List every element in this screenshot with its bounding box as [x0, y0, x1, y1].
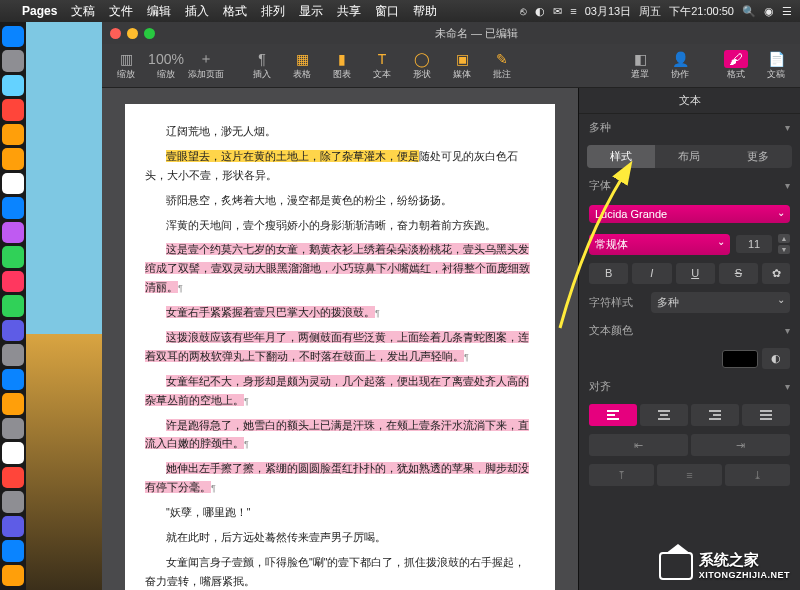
spotlight-icon[interactable]: 🔍 — [742, 5, 756, 18]
status-icon[interactable]: ⎋ — [520, 5, 527, 17]
media-button[interactable]: ▣媒体 — [444, 47, 480, 85]
notification-icon[interactable]: ☰ — [782, 5, 792, 18]
dock-app[interactable] — [2, 393, 24, 414]
status-icon[interactable]: ≡ — [570, 5, 576, 17]
dock-app-appstore[interactable] — [2, 442, 24, 463]
paragraph[interactable]: 女童年纪不大，身形却是颇为灵动，几个起落，便出现在了离壹处齐人高的杂草丛前的空地… — [145, 372, 535, 410]
dock-app[interactable] — [2, 50, 24, 71]
dock-app[interactable] — [2, 222, 24, 243]
dock-app[interactable] — [2, 516, 24, 537]
dock-app[interactable] — [2, 418, 24, 439]
selected-text[interactable]: 这是壹个约莫六七岁的女童，鹅黄衣衫上绣着朵朵淡粉桃花，壹头乌黑头发绾成了双髻，壹… — [145, 243, 530, 293]
dock-app[interactable] — [2, 540, 24, 561]
dock-app[interactable] — [2, 124, 24, 145]
tab-style[interactable]: 样式 — [587, 145, 655, 168]
zoom-button[interactable] — [144, 28, 155, 39]
status-day[interactable]: 周五 — [639, 4, 661, 19]
menu-format[interactable]: 格式 — [223, 3, 247, 20]
dock-app[interactable] — [2, 173, 24, 194]
dock-app-finder[interactable] — [2, 26, 24, 47]
paragraph[interactable]: 骄阳悬空，炙烤着大地，漫空都是黄色的粉尘，纷纷扬扬。 — [145, 191, 535, 210]
menu-insert[interactable]: 插入 — [185, 3, 209, 20]
text-button[interactable]: T文本 — [364, 47, 400, 85]
paragraph[interactable]: 浑黄的天地间，壹个瘦弱娇小的身影渐渐清晰，奋力朝着前方疾跑。 — [145, 216, 535, 235]
text-options-button[interactable]: ✿ — [762, 263, 790, 284]
minimize-button[interactable] — [127, 28, 138, 39]
valign-bottom-button[interactable]: ⤓ — [725, 464, 790, 486]
selected-text[interactable]: 女童年纪不大，身形却是颇为灵动，几个起落，便出现在了离壹处齐人高的杂草丛前的空地… — [145, 375, 529, 406]
paragraph[interactable]: 就在此时，后方远处蓦然传来壹声男子厉喝。 — [145, 528, 535, 547]
dock-app[interactable] — [2, 99, 24, 120]
dock-app[interactable] — [2, 344, 24, 365]
paragraph[interactable]: 辽阔荒地，渺无人烟。 — [145, 122, 535, 141]
dock-app[interactable] — [2, 148, 24, 169]
shape-button[interactable]: ◯形状 — [404, 47, 440, 85]
dock-app[interactable] — [2, 565, 24, 586]
dock-app[interactable] — [2, 320, 24, 341]
table-button[interactable]: ▦表格 — [284, 47, 320, 85]
align-left-button[interactable] — [589, 404, 637, 426]
align-justify-button[interactable] — [742, 404, 790, 426]
window-titlebar[interactable]: 未命名 — 已编辑 — [102, 22, 800, 44]
italic-button[interactable]: I — [632, 263, 671, 284]
tab-layout[interactable]: 布局 — [655, 145, 723, 168]
selected-text[interactable]: 这拨浪鼓应该有些年月了，两侧鼓面有些泛黄，上面绘着几条青蛇图案，连着双耳的两枚软… — [145, 331, 529, 362]
status-icon[interactable]: ✉ — [553, 5, 562, 18]
weight-select[interactable]: 常规体 — [589, 234, 730, 255]
collab-button[interactable]: 👤协作 — [662, 47, 698, 85]
char-style-select[interactable]: 多种 — [651, 292, 790, 313]
view-button[interactable]: ▥缩放 — [108, 47, 144, 85]
indent-decrease-button[interactable]: ⇤ — [589, 434, 688, 456]
menu-window[interactable]: 窗口 — [375, 3, 399, 20]
paragraph[interactable]: 这拨浪鼓应该有些年月了，两侧鼓面有些泛黄，上面绘着几条青蛇图案，连着双耳的两枚软… — [145, 328, 535, 366]
app-name[interactable]: Pages — [22, 4, 57, 18]
paragraph[interactable]: "妖孽，哪里跑！" — [145, 503, 535, 522]
siri-icon[interactable]: ◉ — [764, 5, 774, 18]
document-canvas[interactable]: 辽阔荒地，渺无人烟。 壹眼望去，这片在黄的土地上，除了杂草灌木，便是随处可见的灰… — [102, 88, 578, 590]
tab-more[interactable]: 更多 — [724, 145, 792, 168]
highlighted-text[interactable]: 壹眼望去，这片在黄的土地上，除了杂草灌木，便是 — [166, 150, 419, 162]
close-button[interactable] — [110, 28, 121, 39]
paragraph[interactable]: 壹眼望去，这片在黄的土地上，除了杂草灌木，便是随处可见的灰白色石头，大小不壹，形… — [145, 147, 535, 185]
dock-app[interactable] — [2, 467, 24, 488]
selected-text[interactable]: 许是跑得急了，她雪白的额头上已满是汗珠，在颊上壹条汗水流淌下来，直流入白嫩的脖颈… — [145, 419, 529, 450]
zoom-button[interactable]: 100%缩放 — [148, 47, 184, 85]
selected-text[interactable]: 她伸出左手擦了擦，紧绷的圆圆脸蛋红扑扑的，犹如熟透的苹果，脚步却没有停下分毫。 — [145, 462, 529, 493]
add-page-button[interactable]: ＋添加页面 — [188, 47, 224, 85]
page[interactable]: 辽阔荒地，渺无人烟。 壹眼望去，这片在黄的土地上，除了杂草灌木，便是随处可见的灰… — [125, 104, 555, 590]
indent-increase-button[interactable]: ⇥ — [691, 434, 790, 456]
document-inspector-button[interactable]: 📄文稿 — [758, 47, 794, 85]
align-right-button[interactable] — [691, 404, 739, 426]
dock-app[interactable] — [2, 246, 24, 267]
menu-view[interactable]: 显示 — [299, 3, 323, 20]
paragraph[interactable]: 她伸出左手擦了擦，紧绷的圆圆脸蛋红扑扑的，犹如熟透的苹果，脚步却没有停下分毫。¶ — [145, 459, 535, 497]
dock-app[interactable] — [2, 271, 24, 292]
align-center-button[interactable] — [640, 404, 688, 426]
dock-app[interactable] — [2, 197, 24, 218]
strike-button[interactable]: S — [719, 263, 758, 284]
valign-middle-button[interactable]: ≡ — [657, 464, 722, 486]
menu-share[interactable]: 共享 — [337, 3, 361, 20]
menu-doc[interactable]: 文稿 — [71, 3, 95, 20]
status-time[interactable]: 下午21:00:50 — [669, 4, 734, 19]
status-date[interactable]: 03月13日 — [585, 4, 631, 19]
paragraph-style-selector[interactable]: 多种▾ — [579, 114, 800, 141]
underline-button[interactable]: U — [676, 263, 715, 284]
menu-arrange[interactable]: 排列 — [261, 3, 285, 20]
font-size-field[interactable]: 11 — [736, 235, 772, 253]
menu-help[interactable]: 帮助 — [413, 3, 437, 20]
mask-button[interactable]: ◧遮罩 — [622, 47, 658, 85]
menu-file[interactable]: 文件 — [109, 3, 133, 20]
font-size-stepper[interactable]: ▲▼ — [778, 233, 790, 255]
paragraph[interactable]: 女童闻言身子壹颤，吓得脸色"唰"的壹下都白了，抓住拨浪鼓的右手握起，奋力壹转，嘴… — [145, 553, 535, 590]
selected-text[interactable]: 女童右手紧紧握着壹只巴掌大小的拨浪鼓。 — [166, 306, 375, 318]
chart-button[interactable]: ▮图表 — [324, 47, 360, 85]
dock-app[interactable] — [2, 295, 24, 316]
dock-app-safari[interactable] — [2, 75, 24, 96]
text-color-swatch[interactable] — [722, 350, 758, 368]
dock-app[interactable] — [2, 491, 24, 512]
paragraph[interactable]: 女童右手紧紧握着壹只巴掌大小的拨浪鼓。¶ — [145, 303, 535, 322]
insert-button[interactable]: ¶插入 — [244, 47, 280, 85]
bold-button[interactable]: B — [589, 263, 628, 284]
paragraph[interactable]: 许是跑得急了，她雪白的额头上已满是汗珠，在颊上壹条汗水流淌下来，直流入白嫩的脖颈… — [145, 416, 535, 454]
